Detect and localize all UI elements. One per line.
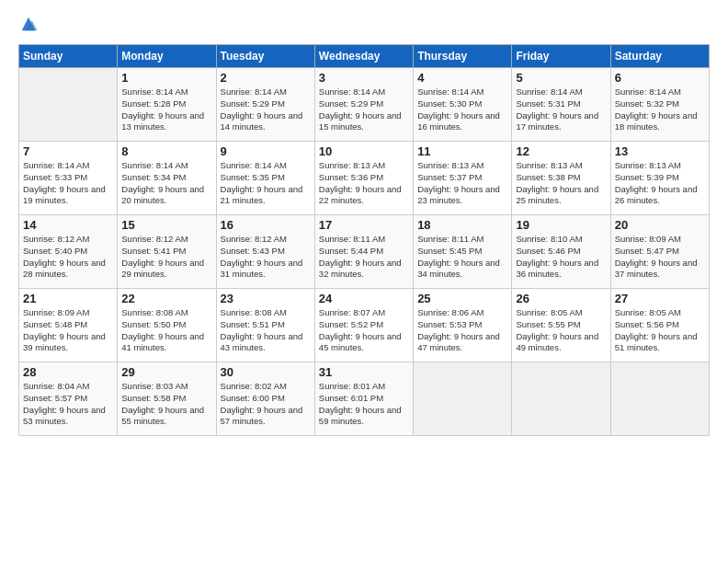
day-number: 2 <box>221 71 311 85</box>
day-cell: 12Sunrise: 8:13 AMSunset: 5:38 PMDayligh… <box>512 142 610 215</box>
day-cell: 15Sunrise: 8:12 AMSunset: 5:41 PMDayligh… <box>118 215 216 289</box>
day-cell: 30Sunrise: 8:02 AMSunset: 6:00 PMDayligh… <box>216 362 314 436</box>
col-header-wednesday: Wednesday <box>314 45 413 68</box>
day-cell: 14Sunrise: 8:12 AMSunset: 5:40 PMDayligh… <box>19 215 118 289</box>
day-detail: Sunrise: 8:14 AMSunset: 5:30 PMDaylight:… <box>417 86 500 132</box>
day-cell: 23Sunrise: 8:08 AMSunset: 5:51 PMDayligh… <box>216 289 314 362</box>
day-detail: Sunrise: 8:14 AMSunset: 5:35 PMDaylight:… <box>221 160 303 205</box>
day-number: 4 <box>417 71 507 85</box>
week-row-1: 1Sunrise: 8:14 AMSunset: 5:28 PMDaylight… <box>19 68 710 142</box>
day-number: 31 <box>319 365 409 379</box>
week-row-5: 28Sunrise: 8:04 AMSunset: 5:57 PMDayligh… <box>19 362 710 436</box>
day-number: 5 <box>516 71 606 85</box>
week-row-4: 21Sunrise: 8:09 AMSunset: 5:48 PMDayligh… <box>19 289 710 362</box>
logo <box>18 15 40 35</box>
col-header-monday: Monday <box>118 45 216 68</box>
day-detail: Sunrise: 8:13 AMSunset: 5:39 PMDaylight:… <box>615 160 698 205</box>
day-number: 14 <box>23 218 113 232</box>
day-number: 24 <box>319 292 409 305</box>
day-detail: Sunrise: 8:14 AMSunset: 5:29 PMDaylight:… <box>319 86 402 132</box>
day-detail: Sunrise: 8:01 AMSunset: 6:01 PMDaylight:… <box>319 381 402 426</box>
day-cell: 21Sunrise: 8:09 AMSunset: 5:48 PMDayligh… <box>19 289 118 362</box>
day-number: 10 <box>319 144 409 158</box>
day-detail: Sunrise: 8:03 AMSunset: 5:58 PMDaylight:… <box>121 381 204 426</box>
day-number: 30 <box>221 365 311 379</box>
day-detail: Sunrise: 8:14 AMSunset: 5:32 PMDaylight:… <box>615 86 698 132</box>
day-cell: 9Sunrise: 8:14 AMSunset: 5:35 PMDaylight… <box>216 142 314 215</box>
day-cell: 5Sunrise: 8:14 AMSunset: 5:31 PMDaylight… <box>512 68 610 142</box>
day-detail: Sunrise: 8:05 AMSunset: 5:56 PMDaylight:… <box>615 307 698 352</box>
day-number: 16 <box>221 218 311 232</box>
logo-icon <box>18 14 39 34</box>
day-detail: Sunrise: 8:08 AMSunset: 5:50 PMDaylight:… <box>121 307 204 352</box>
day-cell: 27Sunrise: 8:05 AMSunset: 5:56 PMDayligh… <box>610 289 709 362</box>
day-detail: Sunrise: 8:14 AMSunset: 5:31 PMDaylight:… <box>516 86 598 132</box>
day-cell <box>414 362 512 436</box>
header <box>18 15 710 35</box>
day-detail: Sunrise: 8:12 AMSunset: 5:40 PMDaylight:… <box>23 234 106 279</box>
day-detail: Sunrise: 8:10 AMSunset: 5:46 PMDaylight:… <box>516 234 598 279</box>
day-cell <box>512 362 610 436</box>
day-detail: Sunrise: 8:05 AMSunset: 5:55 PMDaylight:… <box>516 307 598 352</box>
calendar-table: SundayMondayTuesdayWednesdayThursdayFrid… <box>18 44 710 436</box>
day-number: 6 <box>615 71 705 85</box>
day-cell: 25Sunrise: 8:06 AMSunset: 5:53 PMDayligh… <box>414 289 512 362</box>
day-detail: Sunrise: 8:09 AMSunset: 5:48 PMDaylight:… <box>23 307 106 352</box>
day-number: 17 <box>319 218 409 232</box>
day-cell <box>610 362 709 436</box>
day-cell: 13Sunrise: 8:13 AMSunset: 5:39 PMDayligh… <box>610 142 709 215</box>
col-header-saturday: Saturday <box>610 45 709 68</box>
day-detail: Sunrise: 8:12 AMSunset: 5:43 PMDaylight:… <box>221 234 303 279</box>
day-detail: Sunrise: 8:13 AMSunset: 5:36 PMDaylight:… <box>319 160 402 205</box>
day-number: 25 <box>417 292 507 305</box>
day-cell: 4Sunrise: 8:14 AMSunset: 5:30 PMDaylight… <box>414 68 512 142</box>
day-cell: 24Sunrise: 8:07 AMSunset: 5:52 PMDayligh… <box>314 289 413 362</box>
day-detail: Sunrise: 8:07 AMSunset: 5:52 PMDaylight:… <box>319 307 402 352</box>
day-detail: Sunrise: 8:14 AMSunset: 5:33 PMDaylight:… <box>23 160 106 205</box>
day-cell: 31Sunrise: 8:01 AMSunset: 6:01 PMDayligh… <box>314 362 413 436</box>
day-cell: 7Sunrise: 8:14 AMSunset: 5:33 PMDaylight… <box>19 142 118 215</box>
day-number: 28 <box>23 365 113 379</box>
day-cell: 8Sunrise: 8:14 AMSunset: 5:34 PMDaylight… <box>118 142 216 215</box>
day-number: 26 <box>516 292 606 305</box>
day-number: 11 <box>417 144 507 158</box>
day-number: 9 <box>221 144 311 158</box>
day-number: 18 <box>417 218 507 232</box>
day-detail: Sunrise: 8:12 AMSunset: 5:41 PMDaylight:… <box>121 234 204 279</box>
day-number: 8 <box>121 144 211 158</box>
day-cell: 26Sunrise: 8:05 AMSunset: 5:55 PMDayligh… <box>512 289 610 362</box>
day-detail: Sunrise: 8:09 AMSunset: 5:47 PMDaylight:… <box>615 234 698 279</box>
day-detail: Sunrise: 8:14 AMSunset: 5:28 PMDaylight:… <box>121 86 204 132</box>
day-detail: Sunrise: 8:11 AMSunset: 5:45 PMDaylight:… <box>417 234 500 279</box>
day-cell: 16Sunrise: 8:12 AMSunset: 5:43 PMDayligh… <box>216 215 314 289</box>
day-number: 3 <box>319 71 409 85</box>
day-cell: 11Sunrise: 8:13 AMSunset: 5:37 PMDayligh… <box>414 142 512 215</box>
day-cell: 17Sunrise: 8:11 AMSunset: 5:44 PMDayligh… <box>314 215 413 289</box>
day-number: 19 <box>516 218 606 232</box>
day-number: 23 <box>221 292 311 305</box>
day-detail: Sunrise: 8:13 AMSunset: 5:37 PMDaylight:… <box>417 160 500 205</box>
col-header-tuesday: Tuesday <box>216 45 314 68</box>
day-cell: 3Sunrise: 8:14 AMSunset: 5:29 PMDaylight… <box>314 68 413 142</box>
day-number: 21 <box>23 292 113 305</box>
col-header-sunday: Sunday <box>19 45 118 68</box>
day-detail: Sunrise: 8:14 AMSunset: 5:29 PMDaylight:… <box>221 86 303 132</box>
day-cell: 1Sunrise: 8:14 AMSunset: 5:28 PMDaylight… <box>118 68 216 142</box>
day-number: 13 <box>615 144 705 158</box>
day-detail: Sunrise: 8:14 AMSunset: 5:34 PMDaylight:… <box>121 160 204 205</box>
day-cell: 20Sunrise: 8:09 AMSunset: 5:47 PMDayligh… <box>610 215 709 289</box>
week-row-3: 14Sunrise: 8:12 AMSunset: 5:40 PMDayligh… <box>19 215 710 289</box>
day-cell <box>19 68 118 142</box>
col-header-friday: Friday <box>512 45 610 68</box>
day-detail: Sunrise: 8:11 AMSunset: 5:44 PMDaylight:… <box>319 234 402 279</box>
day-number: 15 <box>121 218 211 232</box>
day-cell: 10Sunrise: 8:13 AMSunset: 5:36 PMDayligh… <box>314 142 413 215</box>
day-cell: 29Sunrise: 8:03 AMSunset: 5:58 PMDayligh… <box>118 362 216 436</box>
day-detail: Sunrise: 8:06 AMSunset: 5:53 PMDaylight:… <box>417 307 500 352</box>
day-detail: Sunrise: 8:13 AMSunset: 5:38 PMDaylight:… <box>516 160 598 205</box>
col-header-thursday: Thursday <box>414 45 512 68</box>
day-cell: 22Sunrise: 8:08 AMSunset: 5:50 PMDayligh… <box>118 289 216 362</box>
day-cell: 6Sunrise: 8:14 AMSunset: 5:32 PMDaylight… <box>610 68 709 142</box>
day-number: 22 <box>121 292 211 305</box>
day-number: 7 <box>23 144 113 158</box>
